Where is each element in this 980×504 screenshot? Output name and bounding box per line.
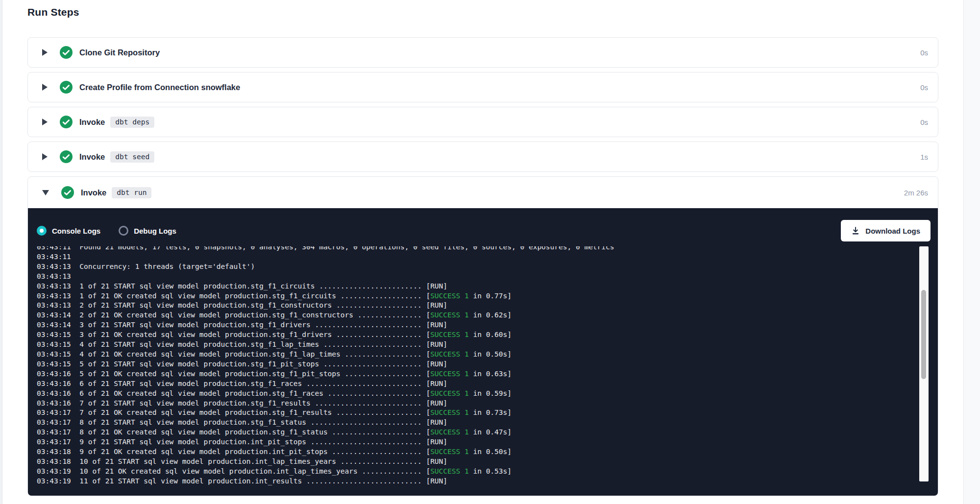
log-line: 03:43:16 7 of 21 START sql view model pr…: [37, 399, 914, 408]
download-icon: [851, 226, 860, 235]
log-scrollbar-track[interactable]: [919, 246, 929, 481]
log-line: 03:43:19 10 of 21 OK created sql view mo…: [37, 467, 914, 477]
success-check-icon: [60, 81, 73, 94]
run-steps-section: Run Steps Clone Git Repository 0s Create…: [27, 6, 938, 500]
log-line: 03:43:18 9 of 21 OK created sql view mod…: [37, 447, 914, 457]
step-duration: 1s: [920, 153, 928, 161]
page-right-scroll-gutter[interactable]: [963, 0, 980, 504]
chevron-right-icon[interactable]: [42, 84, 48, 91]
log-line: 03:43:13 2 of 21 START sql view model pr…: [37, 301, 914, 311]
success-check-icon: [61, 186, 74, 199]
console-header: Console Logs Debug Logs Download Logs: [28, 208, 938, 246]
download-logs-label: Download Logs: [865, 227, 920, 235]
log-line: 03:43:13 1 of 21 START sql view model pr…: [37, 282, 914, 291]
step-command-badge: dbt seed: [110, 151, 154, 163]
log-line: 03:43:14 3 of 21 START sql view model pr…: [37, 320, 914, 330]
log-line: 03:43:17 9 of 21 START sql view model pr…: [37, 437, 914, 447]
log-line: 03:43:17 8 of 21 OK created sql view mod…: [37, 428, 914, 437]
success-check-icon: [60, 46, 73, 59]
step-label: Clone Git Repository: [79, 48, 160, 57]
log-line: 03:43:15 3 of 21 OK created sql view mod…: [37, 330, 914, 340]
step-command-badge: dbt deps: [110, 117, 154, 128]
success-check-icon: [60, 116, 73, 128]
chevron-right-icon[interactable]: [42, 119, 48, 125]
log-scrollbar-thumb[interactable]: [921, 290, 926, 379]
console-log-panel: Console Logs Debug Logs Download Logs: [28, 208, 938, 496]
log-line: 03:43:13 Concurrency: 1 threads (target=…: [37, 262, 914, 272]
console-logs-label: Console Logs: [52, 227, 100, 235]
console-log-output[interactable]: 03:43:11 Found 21 models, 17 tests, 0 sn…: [37, 246, 914, 486]
log-line: 03:43:16 6 of 21 OK created sql view mod…: [37, 389, 914, 399]
step-header[interactable]: Invoke dbt run 2m 26s: [28, 177, 938, 208]
step-label: Invoke: [79, 118, 105, 127]
log-line: 03:43:19 11 of 21 START sql view model p…: [37, 477, 914, 486]
page-left-gutter: [0, 0, 2, 504]
log-line: 03:43:16 5 of 21 OK created sql view mod…: [37, 369, 914, 379]
download-logs-button[interactable]: Download Logs: [841, 220, 931, 241]
log-line: 03:43:14 2 of 21 OK created sql view mod…: [37, 311, 914, 320]
log-line: 03:43:13: [37, 272, 914, 282]
step-command-badge: dbt run: [112, 187, 151, 198]
step-duration: 0s: [920, 118, 928, 126]
step-label: Invoke: [81, 188, 106, 197]
run-step[interactable]: Invoke dbt seed 1s: [27, 142, 938, 172]
chevron-down-icon[interactable]: [42, 190, 49, 195]
log-line: 03:43:15 5 of 21 START sql view model pr…: [37, 360, 914, 369]
console-logs-option[interactable]: Console Logs: [37, 226, 100, 236]
console-logs-radio[interactable]: [37, 226, 47, 236]
log-line: 03:43:15 4 of 21 OK created sql view mod…: [37, 350, 914, 360]
debug-logs-label: Debug Logs: [134, 227, 176, 235]
log-line: 03:43:15 4 of 21 START sql view model pr…: [37, 340, 914, 350]
log-line: 03:43:13 1 of 21 OK created sql view mod…: [37, 291, 914, 301]
log-line: 03:43:11 Found 21 models, 17 tests, 0 sn…: [37, 246, 914, 252]
step-list: Clone Git Repository 0s Create Profile f…: [27, 37, 938, 172]
log-line: 03:43:17 8 of 21 START sql view model pr…: [37, 418, 914, 428]
run-step[interactable]: Create Profile from Connection snowflake…: [27, 72, 938, 102]
run-step[interactable]: Clone Git Repository 0s: [27, 37, 938, 68]
step-label: Invoke: [79, 152, 105, 162]
log-line: 03:43:18 10 of 21 START sql view model p…: [37, 457, 914, 467]
log-line: 03:43:16 6 of 21 START sql view model pr…: [37, 379, 914, 389]
chevron-right-icon[interactable]: [42, 153, 48, 160]
log-line: 03:43:17 7 of 21 OK created sql view mod…: [37, 408, 914, 418]
step-duration: 0s: [920, 48, 928, 57]
page-title: Run Steps: [27, 6, 938, 18]
log-lines: 03:43:11 Found 21 models, 17 tests, 0 sn…: [37, 246, 914, 486]
step-duration: 0s: [920, 83, 928, 92]
log-line: 03:43:11: [37, 252, 914, 262]
chevron-right-icon[interactable]: [42, 49, 48, 56]
debug-logs-option[interactable]: Debug Logs: [119, 226, 176, 236]
step-label: Create Profile from Connection snowflake: [79, 83, 240, 92]
run-step-dbt-run: Invoke dbt run 2m 26s Console Logs Debug…: [27, 176, 938, 495]
success-check-icon: [60, 150, 73, 163]
debug-logs-radio[interactable]: [119, 226, 128, 236]
step-duration: 2m 26s: [904, 189, 928, 197]
run-step[interactable]: Invoke dbt deps 0s: [27, 107, 938, 137]
